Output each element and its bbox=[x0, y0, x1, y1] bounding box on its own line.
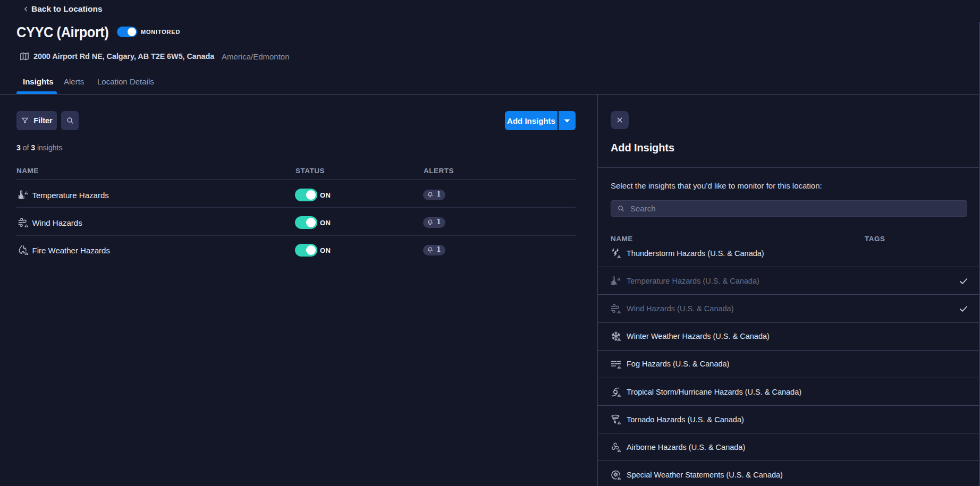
drawer-insight-row[interactable]: Tropical Storm/Hurricane Hazards (U.S. &… bbox=[598, 378, 980, 406]
search-icon bbox=[617, 204, 625, 212]
drawer-insight-row: Temperature Hazards (U.S. & Canada) bbox=[598, 267, 980, 295]
tab-alerts[interactable]: Alerts bbox=[64, 77, 84, 86]
page-title: CYYC (Airport) bbox=[16, 24, 108, 41]
insight-name: Wind Hazards bbox=[32, 218, 82, 227]
drawer-insight-row[interactable]: Tornado Hazards (U.S. & Canada) bbox=[598, 406, 980, 433]
drawer-insight-name: Temperature Hazards (U.S. & Canada) bbox=[627, 277, 759, 285]
drawer-insight-row[interactable]: Airborne Hazards (U.S. & Canada) bbox=[598, 433, 980, 461]
back-to-locations-link[interactable]: Back to Locations bbox=[22, 4, 103, 14]
thermometer-warning-icon bbox=[18, 190, 29, 200]
insight-status-toggle[interactable] bbox=[295, 216, 317, 229]
add-insights-button[interactable]: Add Insights bbox=[505, 111, 557, 130]
fan-warning-icon bbox=[611, 442, 621, 453]
filter-funnel-icon bbox=[21, 116, 29, 125]
drawer-insight-row[interactable]: Thunderstorm Hazards (U.S. & Canada) bbox=[598, 240, 980, 267]
insight-status-label: ON bbox=[320, 218, 331, 226]
hurricane-warning-icon bbox=[611, 387, 621, 397]
tab-insights[interactable]: Insights bbox=[23, 77, 54, 86]
drawer-insight-row: Wind Hazards (U.S. & Canada) bbox=[598, 295, 980, 323]
special-statement-warning-icon bbox=[611, 470, 621, 480]
wind-warning-icon bbox=[611, 303, 621, 314]
address-text: 2000 Airport Rd NE, Calgary, AB T2E 6W5,… bbox=[33, 52, 214, 61]
drawer-insight-name: Special Weather Statements (U.S. & Canad… bbox=[627, 471, 783, 479]
insight-status-label: ON bbox=[320, 246, 331, 254]
header-divider bbox=[0, 94, 980, 95]
insight-name: Fire Weather Hazards bbox=[32, 245, 110, 254]
bell-icon bbox=[427, 219, 434, 226]
drawer-title: Add Insights bbox=[611, 142, 674, 154]
insights-count: 3 of 3 insights bbox=[16, 143, 62, 152]
back-link-label: Back to Locations bbox=[31, 4, 103, 14]
insight-row: Fire Weather HazardsON1 bbox=[16, 236, 576, 264]
snowflake-warning-icon bbox=[611, 331, 621, 342]
table-header-divider bbox=[16, 179, 576, 180]
fog-warning-icon bbox=[611, 359, 621, 369]
check-icon bbox=[958, 276, 969, 286]
close-icon bbox=[616, 116, 623, 124]
insight-status-toggle[interactable] bbox=[295, 189, 317, 201]
drawer-search-field bbox=[611, 200, 967, 217]
thermometer-warning-icon bbox=[611, 276, 621, 286]
tab-location-details[interactable]: Location Details bbox=[97, 77, 154, 86]
wind-warning-icon bbox=[18, 217, 29, 228]
drawer-insight-name: Wind Hazards (U.S. & Canada) bbox=[627, 304, 733, 313]
drawer-insight-name: Winter Weather Hazards (U.S. & Canada) bbox=[627, 332, 770, 340]
map-icon bbox=[19, 51, 30, 62]
search-insights-button[interactable] bbox=[61, 111, 79, 130]
column-header-name: NAME bbox=[16, 167, 39, 175]
alerts-count: 1 bbox=[436, 246, 441, 253]
tornado-warning-icon bbox=[611, 414, 621, 425]
insight-name: Temperature Hazards bbox=[32, 190, 109, 199]
chevron-left-icon bbox=[22, 5, 30, 13]
drawer-search-input[interactable] bbox=[630, 204, 949, 213]
drawer-insight-name: Tornado Hazards (U.S. & Canada) bbox=[627, 415, 744, 424]
insight-row: Temperature HazardsON1 bbox=[16, 181, 576, 209]
drawer-close-button[interactable] bbox=[611, 111, 629, 129]
alerts-count: 1 bbox=[436, 191, 441, 198]
drawer-insight-name: Thunderstorm Hazards (U.S. & Canada) bbox=[627, 249, 764, 258]
drawer-insight-name: Tropical Storm/Hurricane Hazards (U.S. &… bbox=[627, 388, 801, 396]
insight-status-label: ON bbox=[320, 191, 331, 199]
add-insights-split-button: Add Insights bbox=[505, 111, 576, 130]
timezone-text: America/Edmonton bbox=[222, 52, 290, 61]
drawer-insight-name: Airborne Hazards (U.S. & Canada) bbox=[627, 443, 745, 451]
caret-down-icon bbox=[564, 117, 570, 124]
drawer-insight-row[interactable]: Winter Weather Hazards (U.S. & Canada) bbox=[598, 323, 980, 351]
alerts-count: 1 bbox=[436, 219, 441, 226]
toggle-knob bbox=[306, 245, 316, 255]
insight-status-toggle[interactable] bbox=[295, 244, 317, 257]
monitored-toggle[interactable] bbox=[117, 27, 137, 37]
fire-warning-icon bbox=[18, 245, 29, 255]
location-address: 2000 Airport Rd NE, Calgary, AB T2E 6W5,… bbox=[19, 51, 227, 62]
monitored-label: MONITORED bbox=[141, 29, 180, 35]
column-header-alerts: ALERTS bbox=[424, 167, 454, 175]
add-insights-dropdown-button[interactable] bbox=[559, 111, 576, 130]
drawer-header-divider bbox=[598, 167, 980, 168]
drawer-description: Select the insights that you’d like to m… bbox=[611, 181, 822, 190]
drawer-insight-name: Fog Hazards (U.S. & Canada) bbox=[627, 360, 729, 368]
toggle-knob bbox=[306, 190, 316, 200]
filter-button-label: Filter bbox=[33, 116, 52, 125]
filter-button[interactable]: Filter bbox=[16, 111, 57, 130]
column-header-status: STATUS bbox=[295, 167, 325, 175]
drawer-insight-row[interactable]: Special Weather Statements (U.S. & Canad… bbox=[598, 461, 980, 486]
toggle-knob bbox=[128, 28, 136, 36]
search-icon bbox=[66, 116, 74, 125]
drawer-insight-row[interactable]: Fog Hazards (U.S. & Canada) bbox=[598, 351, 980, 378]
alerts-badge[interactable]: 1 bbox=[423, 245, 445, 255]
check-icon bbox=[958, 303, 969, 314]
bell-icon bbox=[427, 246, 434, 253]
thunderstorm-warning-icon bbox=[611, 248, 621, 259]
alerts-badge[interactable]: 1 bbox=[423, 217, 445, 228]
insight-row: Wind HazardsON1 bbox=[16, 209, 576, 236]
bell-icon bbox=[427, 191, 434, 198]
toggle-knob bbox=[306, 218, 316, 227]
alerts-badge[interactable]: 1 bbox=[423, 190, 445, 200]
